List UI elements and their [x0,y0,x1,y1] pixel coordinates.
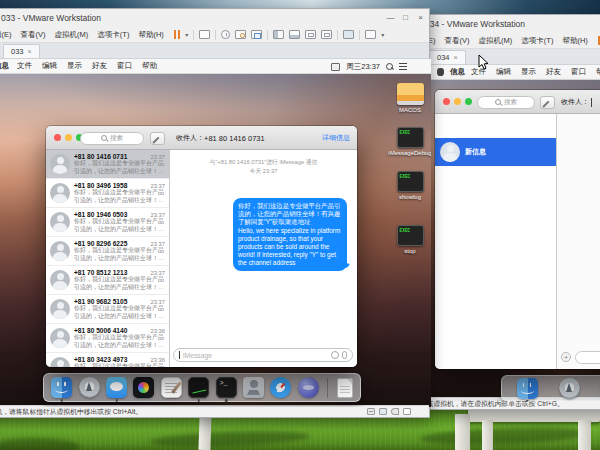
search-input[interactable]: 搜索 [477,96,535,109]
macos-menu-窗口[interactable]: 窗口 [571,67,586,77]
vmware-menu-查看(V)[interactable]: 查看(V) [21,30,46,40]
macos-app-name[interactable]: 信息 [0,61,9,71]
conversation-item[interactable]: +81 90 9682 510523:37你好，我们这边是专业做平台产品引流的，… [46,295,169,324]
show-library-button[interactable] [273,30,284,39]
snapshot-clock-button[interactable] [221,30,230,39]
free-stretch-button[interactable] [365,30,376,39]
maximize-button[interactable]: □ [398,9,413,26]
conversation-item[interactable]: +81 80 1946 050323:37你好，我们这边是专业做平台产品引流的，… [46,208,169,237]
dock-item-messages[interactable] [106,377,127,398]
dock-item-activity-monitor[interactable] [188,377,209,398]
vmware-menu-选项卡(T)[interactable]: 选项卡(T) [97,30,129,40]
macos-app-name[interactable]: 信息 [450,67,465,77]
take-snapshot-button[interactable] [235,30,246,39]
pause-dropdown-arrow[interactable]: ▾ [185,31,188,38]
close-traffic-button[interactable] [443,98,450,105]
vmware-menu-帮助(H)[interactable]: 帮助(H) [562,36,587,46]
vm-tab-034[interactable]: 034 × [429,50,466,64]
message-log-status-icon[interactable] [403,408,411,415]
message-input[interactable] [575,351,600,364]
conversation-item[interactable]: +81 90 8296 622523:37你好，我们这边是专业做平台产品引流的，… [46,237,169,266]
tab-close-icon[interactable]: × [28,48,32,55]
vm-tab-033[interactable]: 033 × [3,44,40,58]
close-traffic-button[interactable] [54,134,61,141]
message-input[interactable]: iMessage [173,348,353,362]
dock-item-finder[interactable] [51,377,72,398]
desktop-icon-iMessageDebug[interactable]: EXECiMessageDebug [391,127,429,157]
dock-item-safari[interactable] [270,377,291,398]
macos-menu-帮助[interactable]: 帮助 [142,61,157,71]
vmware-menu-查看(V)[interactable]: 查看(V) [445,36,470,46]
vmware-tools-icon[interactable] [331,63,340,71]
apple-logo-icon[interactable] [437,68,444,76]
console-view-button[interactable] [289,30,300,39]
dock-separator [327,378,328,398]
vmware-menu-选项卡(T)[interactable]: 选项卡(T) [521,36,553,46]
window-titlebar[interactable]: 034 - VMware Workstation [429,15,600,33]
macos-menu-编辑[interactable]: 编辑 [496,67,511,77]
conversation-item-new-message[interactable]: 新信息 [435,138,556,166]
macos-menu-文件[interactable]: 文件 [17,61,32,71]
minimize-traffic-button[interactable] [454,98,461,105]
console-thumbnail-button[interactable] [343,30,354,39]
snapshot-manager-button[interactable] [251,30,262,39]
macos-menu-窗口[interactable]: 窗口 [117,61,132,71]
conversation-item[interactable]: +81 80 3496 195823:37你好，我们这边是专业做平台产品引流的，… [46,179,169,208]
notification-center-icon[interactable] [399,63,407,70]
desktop-icon-stop[interactable]: EXECstop [391,225,429,255]
activity-monitor-dock-icon [188,377,209,398]
macos-menu-编辑[interactable]: 编辑 [42,61,57,71]
microphone-icon[interactable] [342,351,347,359]
macos-menu-帮助[interactable]: 帮助 [596,67,600,77]
conversation-item[interactable]: +81 80 1416 073123:37你好，我们这边是专业做平台产品引流的，… [46,150,169,179]
details-link[interactable]: 详细信息 [322,133,350,143]
dock-item-terminal[interactable] [216,377,237,398]
emoji-icon[interactable] [331,351,339,359]
dock-item-network[interactable] [298,377,319,398]
vmware-menu-虚拟机(M)[interactable]: 虚拟机(M) [479,36,513,46]
ctrl-alt-del-button[interactable] [199,30,210,39]
dock-item-finder[interactable] [517,378,538,399]
hard-disk-status-icon[interactable] [367,408,375,415]
macos-menu-显示[interactable]: 显示 [67,61,82,71]
macos-menu-好友[interactable]: 好友 [546,67,561,77]
zoom-traffic-button[interactable] [465,98,472,105]
conversation-item[interactable]: +81 70 8512 121323:37你好，我们这边是专业做平台产品引流的，… [46,266,169,295]
conversation-item[interactable]: +81 80 5006 414023:36你好，我们这边是专业做平台产品引流的，… [46,324,169,353]
tab-close-icon[interactable]: × [454,54,458,61]
conversation-item[interactable]: +81 80 3423 497323:36你好，我们这边是专业做平台产品引流的，… [46,353,169,367]
dock-item-document[interactable] [337,378,353,398]
unity-mode-button[interactable] [321,30,332,39]
dock-item-launchpad[interactable] [79,377,100,398]
minimize-traffic-button[interactable] [65,134,72,141]
compose-button[interactable] [540,96,555,109]
dock-item-launchpad[interactable] [559,378,580,399]
add-recipient-button[interactable]: + [561,352,571,362]
dock-item-photos[interactable] [133,377,154,398]
spotlight-icon[interactable] [386,63,393,70]
sound-status-icon[interactable] [391,408,399,415]
menubar-clock[interactable]: 周三23:37 [346,62,380,72]
search-input[interactable]: 搜索 [80,132,144,145]
search-placeholder: 搜索 [110,134,123,143]
window-titlebar[interactable]: 033 - VMware Workstation [0,9,429,27]
vmware-menu-帮助(H)[interactable]: 帮助(H) [138,30,163,40]
close-button[interactable]: × [413,9,428,26]
macos-menu-好友[interactable]: 好友 [92,61,107,71]
conversation-sidebar[interactable]: +81 80 1416 073123:37你好，我们这边是专业做平台产品引流的，… [46,150,170,367]
pause-vm-button[interactable] [174,30,181,39]
search-icon [495,99,501,105]
recipient-value[interactable]: +81 80 1416 0731 [204,134,265,143]
fullscreen-button[interactable] [305,30,316,39]
network-status-icon[interactable] [379,408,387,415]
desktop-icon-MACOS[interactable]: MACOS [391,83,429,114]
minimize-button[interactable]: — [383,9,398,26]
macos-menu-显示[interactable]: 显示 [521,67,536,77]
compose-button[interactable] [150,132,165,145]
desktop-icon-showlog[interactable]: EXECshowlog [391,171,429,201]
vmware-menu-虚拟机(M)[interactable]: 虚拟机(M) [55,30,89,40]
dock-item-installer[interactable] [243,377,264,398]
vmware-menu-编辑(E)[interactable]: 编辑(E) [0,30,12,40]
dock-item-textedit[interactable] [161,377,182,398]
stretch-dropdown-arrow[interactable]: ▾ [381,31,384,38]
